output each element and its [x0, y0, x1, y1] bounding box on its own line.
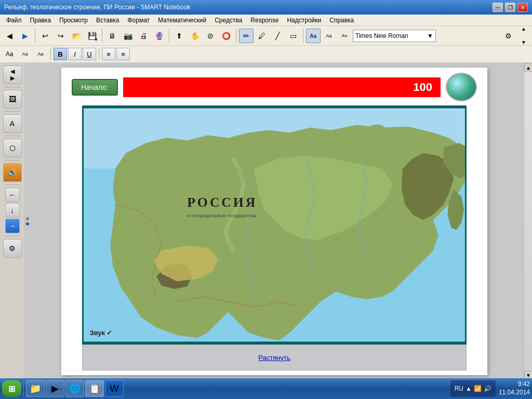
arrow-up-button[interactable]: ▲ — [517, 23, 530, 35]
scroll-dot-active — [26, 222, 29, 225]
scroll-indicators — [26, 217, 29, 225]
close-button[interactable]: ✕ — [517, 3, 528, 12]
taskbar-smart[interactable]: 📋 — [85, 380, 104, 397]
taskbar-media[interactable]: ▶ — [46, 380, 64, 397]
svg-point-2 — [395, 130, 420, 140]
print-button[interactable]: 🖨 — [136, 29, 151, 43]
sidebar-left-arrow[interactable]: ← — [5, 188, 20, 202]
menu-bar: Файл Правка Просмотр Вставка Формат Мате… — [0, 15, 532, 26]
line-button[interactable]: ╱ — [270, 29, 285, 43]
toolbar-sep-4 — [236, 29, 236, 43]
taskbar: ⊞ 📁 ▶ 🌐 📋 W RU ▲ 📶 🔊 9:42 11.04.2014 — [0, 378, 532, 399]
taskbar-explorer[interactable]: 📁 — [26, 380, 45, 397]
taskbar-ie[interactable]: 🌐 — [65, 380, 84, 397]
redo-button[interactable]: ↪ — [54, 29, 68, 43]
underline-button[interactable]: U — [83, 48, 96, 60]
scroll-track[interactable] — [524, 72, 532, 371]
menu-response[interactable]: Response — [246, 16, 283, 25]
russia-map-svg: РОССИЯ и сопредельные государства Звук ✓ — [84, 107, 465, 343]
menu-edit[interactable]: Правка — [26, 16, 56, 25]
magic-button[interactable]: 🔮 — [152, 29, 166, 43]
menu-help[interactable]: Справка — [325, 16, 358, 25]
align-left-button[interactable]: ≡ — [102, 48, 115, 60]
pen-button[interactable]: ✏ — [239, 29, 254, 43]
svg-point-3 — [369, 125, 385, 133]
svg-text:Звук ✓: Звук ✓ — [90, 329, 113, 337]
sidebar-right-arrow[interactable]: → — [5, 219, 20, 233]
align-right-button[interactable]: ≡ — [116, 48, 130, 60]
scroll-up-arrow[interactable]: ▲ — [524, 63, 532, 72]
right-scrollbar: ▲ ▼ — [524, 63, 532, 379]
bottom-strip: Растянуть — [82, 344, 467, 370]
undo-button[interactable]: ↩ — [38, 29, 52, 43]
font-dropdown-arrow: ▼ — [427, 32, 433, 39]
text-color-select[interactable]: Aa — [2, 47, 17, 61]
stretch-link[interactable]: Растянуть — [258, 354, 290, 362]
eraser-button[interactable]: ⊘ — [203, 29, 218, 43]
system-clock[interactable]: 9:42 11.04.2014 — [499, 380, 530, 396]
sidebar-image-tool[interactable]: 🖼 — [3, 90, 22, 109]
eraser2-button[interactable]: ▭ — [286, 29, 300, 43]
forward-button[interactable]: ▶ — [18, 29, 32, 43]
font-size-xs[interactable]: Aa — [337, 29, 352, 43]
toolbar-row2: Aa Aa Aa B I U ≡ ≡ — [0, 46, 532, 62]
svg-text:РОССИЯ: РОССИЯ — [187, 195, 257, 210]
sidebar-down-arrow[interactable]: ↓ — [5, 203, 20, 218]
main-area: ◀▶ 🖼 A ⬡ 🔊 ← ↓ → ⚙ Начало: 100 — [0, 63, 532, 379]
text-style-select[interactable]: Aa — [33, 47, 48, 61]
menu-insert[interactable]: Вставка — [92, 16, 124, 25]
sidebar-sep-1 — [5, 87, 20, 87]
sidebar-sep-3 — [5, 136, 20, 136]
back-button[interactable]: ◀ — [2, 29, 17, 43]
app-title: Рельеф, геологическое строение, ПИ Росси… — [4, 4, 191, 11]
toolbar-sep-5 — [303, 29, 303, 43]
toolbar-sep-1 — [35, 29, 35, 43]
sidebar-sep-4 — [5, 160, 20, 161]
font-selector[interactable]: Times New Roman ▼ — [353, 30, 436, 42]
menu-format[interactable]: Формат — [123, 16, 154, 25]
bold-button[interactable]: B — [54, 48, 67, 60]
start-button[interactable]: ⊞ — [2, 380, 21, 397]
screen-button[interactable]: 🖥 — [105, 29, 119, 43]
menu-view[interactable]: Просмотр — [55, 16, 92, 25]
menu-math[interactable]: Математический — [154, 16, 210, 25]
clock-time: 9:42 — [499, 380, 530, 389]
minimize-button[interactable]: ─ — [493, 3, 503, 12]
tray-icon-2: 📶 — [474, 385, 482, 392]
quiz-header: Начало: 100 — [72, 73, 477, 101]
restore-button[interactable]: ❐ — [505, 3, 515, 12]
open-button[interactable]: 📂 — [69, 29, 84, 43]
sidebar-tool-1[interactable]: ◀▶ — [3, 65, 22, 84]
taskbar-word[interactable]: W — [105, 380, 124, 397]
cursor-button[interactable]: ⬆ — [172, 29, 187, 43]
sidebar-media-tool[interactable]: 🔊 — [3, 163, 22, 182]
settings-area: ⚙ ▲ ▼ — [501, 23, 530, 49]
settings-button[interactable]: ⚙ — [501, 29, 515, 43]
map-container: РОССИЯ и сопредельные государства Звук ✓ — [82, 105, 467, 344]
menu-addons[interactable]: Надстройки — [283, 16, 325, 25]
system-tray: RU ▲ 📶 🔊 — [450, 380, 496, 397]
lasso-button[interactable]: ⭕ — [219, 29, 233, 43]
nachalo-button[interactable]: Начало: — [72, 79, 118, 96]
menu-tools[interactable]: Средства — [210, 16, 246, 25]
menu-file[interactable]: Файл — [2, 16, 26, 25]
sidebar-shapes-tool[interactable]: ⬡ — [3, 139, 22, 157]
italic-button[interactable]: I — [68, 48, 82, 60]
font-size-small[interactable]: Aa — [322, 29, 336, 43]
slide-canvas: Начало: 100 — [61, 68, 487, 375]
score-value: 100 — [413, 81, 432, 94]
font-name-label: Times New Roman — [355, 32, 408, 39]
font-size-large[interactable]: Aa — [306, 29, 321, 43]
toolbar-sep-2 — [102, 29, 102, 43]
window-controls: ─ ❐ ✕ — [493, 3, 528, 12]
camera-button[interactable]: 📷 — [121, 29, 135, 43]
taskbar-sep-1 — [23, 381, 24, 396]
hand-button[interactable]: ✋ — [188, 29, 202, 43]
sidebar-text-tool[interactable]: A — [3, 114, 22, 133]
canvas-area[interactable]: Начало: 100 — [25, 63, 524, 379]
toolbar-sep-6 — [50, 48, 51, 60]
text-bg-select[interactable]: Aa — [18, 47, 32, 61]
sidebar-settings[interactable]: ⚙ — [3, 239, 22, 258]
left-sidebar: ◀▶ 🖼 A ⬡ 🔊 ← ↓ → ⚙ — [0, 63, 25, 379]
highlighter-button[interactable]: 🖊 — [255, 29, 269, 43]
